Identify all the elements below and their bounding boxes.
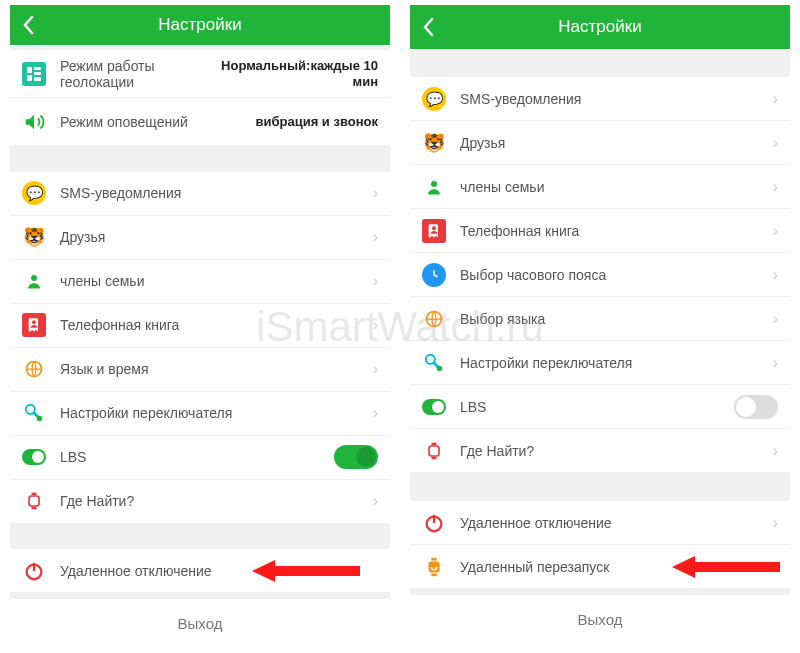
row-alert-mode[interactable]: Режим оповещений вибрация и звонок	[10, 98, 390, 146]
person-icon	[22, 269, 46, 293]
chevron-right-icon: ›	[773, 134, 778, 152]
row-label: Режим оповещений	[60, 114, 256, 130]
row-label: LBS	[460, 399, 734, 415]
row-friends[interactable]: 🐯 Друзья ›	[410, 121, 790, 165]
grid-icon	[22, 62, 46, 86]
row-family[interactable]: члены семьи ›	[410, 165, 790, 209]
svg-point-20	[437, 365, 443, 371]
back-button[interactable]	[22, 15, 34, 35]
row-switch-settings[interactable]: Настройки переключателя ›	[10, 392, 390, 436]
chevron-right-icon: ›	[773, 442, 778, 460]
svg-point-22	[432, 401, 444, 413]
svg-rect-1	[27, 75, 32, 81]
svg-rect-23	[429, 446, 439, 456]
back-button[interactable]	[422, 17, 434, 37]
row-remote-off[interactable]: Удаленное отключение	[10, 549, 390, 593]
chevron-right-icon: ›	[373, 492, 378, 510]
row-lang-time[interactable]: Язык и время ›	[10, 348, 390, 392]
chevron-right-icon: ›	[773, 266, 778, 284]
row-language[interactable]: Выбор языка ›	[410, 297, 790, 341]
row-remote-off[interactable]: Удаленное отключение ›	[410, 501, 790, 545]
row-family[interactable]: члены семьи ›	[10, 260, 390, 304]
row-label: Выбор языка	[460, 311, 763, 327]
svg-rect-2	[34, 67, 41, 70]
row-timezone[interactable]: Выбор часового пояса ›	[410, 253, 790, 297]
power-icon	[422, 511, 446, 535]
globe-icon	[422, 307, 446, 331]
chevron-right-icon: ›	[373, 184, 378, 202]
chevron-right-icon: ›	[773, 90, 778, 108]
chevron-right-icon: ›	[773, 354, 778, 372]
chevron-right-icon: ›	[773, 514, 778, 532]
row-label: Друзья	[460, 135, 763, 151]
power-icon	[22, 559, 46, 583]
watch-outline-icon	[422, 439, 446, 463]
watch-restart-icon	[422, 555, 446, 579]
row-label: Телефонная книга	[460, 223, 763, 239]
row-label: Телефонная книга	[60, 317, 363, 333]
row-label: Режим работы геолокации	[60, 58, 218, 90]
person-icon	[422, 175, 446, 199]
chat-icon: 💬	[22, 181, 46, 205]
phonebook-icon	[422, 219, 446, 243]
page-title: Настройки	[558, 17, 641, 37]
clock-icon	[422, 263, 446, 287]
header: Настройки	[10, 5, 390, 45]
lbs-toggle[interactable]	[334, 445, 378, 469]
toggle-on-icon	[22, 445, 46, 469]
row-switch-settings[interactable]: Настройки переключателя ›	[410, 341, 790, 385]
row-findwhere[interactable]: Где Найти? ›	[10, 480, 390, 524]
chat-icon: 💬	[422, 87, 446, 111]
row-geolocation-mode[interactable]: Режим работы геолокации Нормальный:кажды…	[10, 50, 390, 98]
svg-point-10	[32, 451, 44, 463]
exit-button[interactable]: Выход	[10, 593, 390, 648]
chevron-right-icon: ›	[773, 310, 778, 328]
phone-right: Настройки 💬 SMS-уведомления › 🐯 Друзья ›…	[410, 5, 790, 648]
lbs-toggle[interactable]	[734, 395, 778, 419]
row-sms[interactable]: 💬 SMS-уведомления ›	[410, 77, 790, 121]
svg-rect-11	[29, 496, 39, 506]
svg-point-5	[31, 275, 37, 281]
row-label: Друзья	[60, 229, 363, 245]
speaker-icon	[22, 110, 46, 134]
chevron-right-icon: ›	[773, 178, 778, 196]
row-label: Настройки переключателя	[60, 405, 363, 421]
chevron-right-icon: ›	[373, 316, 378, 334]
row-label: Настройки переключателя	[460, 355, 763, 371]
chevron-right-icon: ›	[373, 360, 378, 378]
row-label: члены семьи	[60, 273, 363, 289]
row-phonebook[interactable]: Телефонная книга ›	[10, 304, 390, 348]
phonebook-icon	[22, 313, 46, 337]
row-lbs[interactable]: LBS	[410, 385, 790, 429]
row-label: SMS-уведомления	[60, 185, 363, 201]
page-title: Настройки	[158, 15, 241, 35]
svg-rect-25	[432, 456, 437, 459]
globe-icon	[22, 357, 46, 381]
row-label: Где Найти?	[60, 493, 363, 509]
toggle-on-icon	[422, 395, 446, 419]
svg-rect-4	[34, 77, 41, 81]
row-label: SMS-уведомления	[460, 91, 763, 107]
chevron-right-icon: ›	[773, 222, 778, 240]
row-label: члены семьи	[460, 179, 763, 195]
row-findwhere[interactable]: Где Найти? ›	[410, 429, 790, 473]
svg-point-16	[431, 181, 437, 187]
row-lbs[interactable]: LBS	[10, 436, 390, 480]
svg-rect-28	[429, 561, 440, 572]
svg-rect-30	[431, 573, 437, 576]
row-label: Удаленный перезапуск	[460, 559, 778, 575]
phone-left: Настройки Режим работы геолокации Нормал…	[10, 5, 390, 648]
row-friends[interactable]: 🐯 Друзья ›	[10, 216, 390, 260]
tiger-icon: 🐯	[422, 131, 446, 155]
row-label: LBS	[60, 449, 334, 465]
header: Настройки	[410, 5, 790, 49]
watch-outline-icon	[22, 489, 46, 513]
row-label: Где Найти?	[460, 443, 763, 459]
row-remote-restart[interactable]: Удаленный перезапуск	[410, 545, 790, 589]
row-phonebook[interactable]: Телефонная книга ›	[410, 209, 790, 253]
row-sms[interactable]: 💬 SMS-уведомления ›	[10, 172, 390, 216]
svg-rect-29	[431, 557, 437, 560]
exit-button[interactable]: Выход	[410, 589, 790, 644]
svg-rect-0	[27, 67, 32, 73]
svg-rect-24	[432, 442, 437, 445]
